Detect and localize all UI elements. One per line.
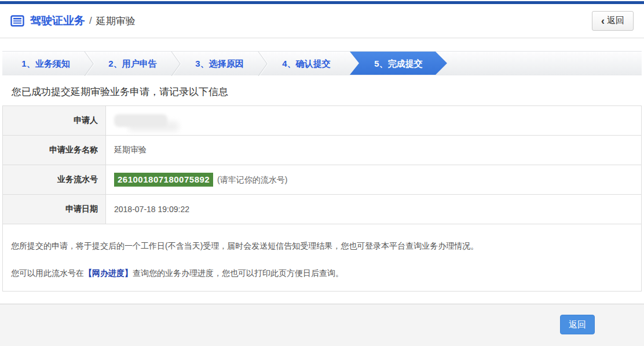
notes-box: 您所提交的申请，将于提交后的一个工作日(不含当天)受理，届时会发送短信告知受理结… (2, 224, 642, 292)
redacted-applicant-name (114, 114, 167, 127)
table-row-apply-date: 申请日期 2018-07-18 19:09:22 (3, 195, 642, 224)
step-3-choose-reason[interactable]: 3、选择原因 (176, 52, 263, 75)
chevron-left-icon: ‹ (601, 17, 605, 25)
row-value: 延期审验 (106, 136, 642, 165)
table-row-business-name: 申请业务名称 延期审验 (3, 136, 642, 165)
back-button-bottom[interactable]: 返回 (560, 315, 595, 334)
row-label: 申请业务名称 (3, 136, 106, 165)
serial-number-badge: 261001807180075892 (114, 173, 213, 187)
step-label: 3、选择原因 (195, 59, 243, 68)
page-header: 驾驶证业务 / 延期审验 ‹ 返回 (0, 4, 644, 38)
row-value-redacted (106, 106, 642, 136)
step-separator-icon (84, 52, 94, 76)
list-form-icon (10, 15, 24, 27)
breadcrumb-divider: / (89, 15, 92, 27)
page-title-secondary: 延期审验 (96, 14, 136, 28)
footer-bar: 返回 (0, 304, 644, 346)
step-1-business-notice[interactable]: 1、业务须知 (2, 52, 89, 75)
back-button-top[interactable]: ‹ 返回 (592, 11, 634, 31)
step-4-confirm-submit[interactable]: 4、确认提交 (263, 52, 350, 75)
step-label: 1、业务须知 (21, 59, 69, 68)
step-label: 2、用户申告 (108, 59, 156, 68)
step-2-user-declaration[interactable]: 2、用户申告 (89, 52, 176, 75)
back-button-top-label: 返回 (607, 15, 624, 26)
success-message: 您已成功提交延期审验业务申请，请记录以下信息 (12, 85, 644, 99)
step-separator-icon (258, 52, 268, 76)
application-summary-table: 申请人 申请业务名称 延期审验 业务流水号 261001807180075892… (2, 105, 642, 224)
step-label: 5、完成提交 (374, 59, 422, 68)
table-row-applicant: 申请人 (3, 106, 642, 136)
row-value: 2018-07-18 19:09:22 (106, 195, 642, 224)
step-separator-icon (171, 52, 181, 76)
page: 驾驶证业务 / 延期审验 ‹ 返回 1、业务须知 2、用户申告 3、选择原因 4… (0, 1, 644, 346)
row-label: 申请日期 (3, 195, 106, 224)
note-processing-time: 您所提交的申请，将于提交后的一个工作日(不含当天)受理，届时会发送短信告知受理结… (11, 240, 633, 252)
table-row-serial-number: 业务流水号 261001807180075892 (请牢记你的流水号) (3, 165, 642, 195)
row-value: 261001807180075892 (请牢记你的流水号) (106, 165, 642, 195)
note-progress-query: 您可以用此流水号在【网办进度】查询您的业务办理进度，您也可以打印此页方便日后查询… (11, 267, 633, 279)
step-5-complete-submit[interactable]: 5、完成提交 (350, 52, 447, 75)
online-progress-link[interactable]: 【网办进度】 (84, 268, 133, 278)
row-label: 业务流水号 (3, 165, 106, 195)
page-title-primary: 驾驶证业务 (30, 13, 85, 28)
note-text: 您可以用此流水号在 (11, 268, 84, 278)
serial-number-note: (请牢记你的流水号) (217, 175, 287, 184)
step-wizard: 1、业务须知 2、用户申告 3、选择原因 4、确认提交 5、完成提交 (2, 51, 642, 75)
note-text: 查询您的业务办理进度，您也可以打印此页方便日后查询。 (133, 268, 343, 278)
row-label: 申请人 (3, 106, 106, 136)
step-label: 4、确认提交 (282, 59, 330, 68)
